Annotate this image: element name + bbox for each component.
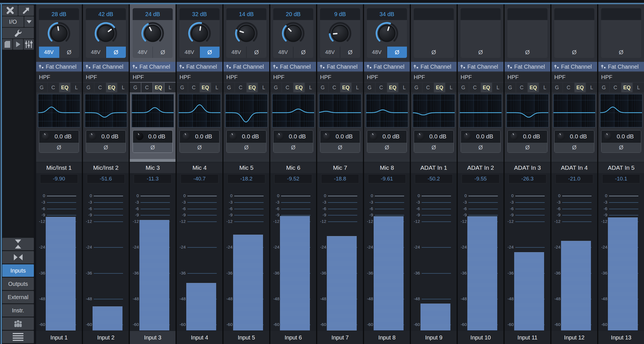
trim-phase-button[interactable]: Ø xyxy=(367,142,407,153)
channel-name[interactable]: ADAT In 5 xyxy=(598,162,644,173)
tab-gate[interactable]: G xyxy=(83,83,94,92)
trim-knob[interactable] xyxy=(323,132,331,140)
hpf-button[interactable]: HPF xyxy=(364,72,410,82)
eq-curve-display[interactable] xyxy=(319,94,361,127)
tab-gate[interactable]: G xyxy=(551,83,562,92)
fat-channel-button[interactable]: Fat Channel xyxy=(505,62,550,71)
hpf-button[interactable]: HPF xyxy=(458,72,503,82)
tab-limiter[interactable]: L xyxy=(492,83,503,92)
eq-curve-display[interactable] xyxy=(600,94,642,127)
eq-curve-display[interactable] xyxy=(38,94,80,127)
channel-name[interactable]: ADAT In 3 xyxy=(505,162,550,173)
tab-compressor[interactable]: C xyxy=(188,83,199,92)
channel-strip[interactable]: 24 dB 48V Ø Fat Channel xyxy=(130,4,176,344)
hpf-button[interactable]: HPF xyxy=(36,72,82,82)
channel-strip[interactable]: 9 dB 48V Ø Fat Channel xyxy=(317,4,363,344)
trim-phase-button[interactable]: Ø xyxy=(461,142,500,153)
gain-knob[interactable] xyxy=(86,20,126,47)
tab-gate[interactable]: G xyxy=(458,83,469,92)
eq-curve-display[interactable] xyxy=(459,94,502,127)
phase-invert-button[interactable]: Ø xyxy=(414,47,454,58)
channel-name[interactable]: ADAT In 4 xyxy=(551,162,597,173)
collapse-horizontal-button[interactable] xyxy=(2,251,34,264)
tab-eq[interactable]: EQ xyxy=(575,83,586,92)
phase-invert-button[interactable]: Ø xyxy=(293,47,313,58)
channel-strip[interactable]: 48V Ø Fat Channel HPF G C EQ xyxy=(411,4,457,344)
hpf-button[interactable]: HPF xyxy=(130,72,176,82)
fat-channel-button[interactable]: Fat Channel xyxy=(177,62,222,71)
trim-knob[interactable] xyxy=(276,132,284,140)
phase-invert-button[interactable]: Ø xyxy=(554,47,594,58)
popout-button[interactable] xyxy=(18,5,34,16)
eq-curve-display[interactable] xyxy=(178,94,221,127)
tab-eq[interactable]: EQ xyxy=(434,83,445,92)
tab-compressor[interactable]: C xyxy=(376,83,387,92)
channel-name[interactable]: Mic 6 xyxy=(270,162,316,173)
phantom-48v-button[interactable]: 48V xyxy=(133,47,153,58)
fat-channel-button[interactable]: Fat Channel xyxy=(551,62,597,71)
tab-gate[interactable]: G xyxy=(411,83,422,92)
trim-knob[interactable] xyxy=(136,132,143,140)
hpf-button[interactable]: HPF xyxy=(411,72,457,82)
trim-phase-button[interactable]: Ø xyxy=(133,142,172,153)
fat-channel-button[interactable]: Fat Channel xyxy=(130,62,176,71)
eq-curve-display[interactable] xyxy=(553,94,595,127)
tab-gate[interactable]: G xyxy=(130,83,141,92)
tab-limiter[interactable]: L xyxy=(399,83,410,92)
trim-knob[interactable] xyxy=(511,132,518,140)
tab-gate[interactable]: G xyxy=(317,83,328,92)
hpf-button[interactable]: HPF xyxy=(83,72,129,82)
gain-knob[interactable] xyxy=(414,20,454,47)
channel-name[interactable]: ADAT In 1 xyxy=(411,162,457,173)
channel-name[interactable]: Mic/Inst 1 xyxy=(36,162,82,173)
phase-invert-button[interactable]: Ø xyxy=(507,47,547,58)
tab-eq[interactable]: EQ xyxy=(621,83,632,92)
tab-limiter[interactable]: L xyxy=(446,83,457,92)
trim-phase-button[interactable]: Ø xyxy=(320,142,360,153)
phase-invert-button[interactable]: Ø xyxy=(461,47,501,58)
gain-knob[interactable] xyxy=(367,20,407,47)
fat-channel-button[interactable]: Fat Channel xyxy=(224,62,269,71)
tab-limiter[interactable]: L xyxy=(71,83,82,92)
gain-knob[interactable] xyxy=(133,20,173,47)
trim-knob[interactable] xyxy=(417,132,424,140)
phase-invert-button[interactable]: Ø xyxy=(59,47,79,58)
tab-compressor[interactable]: C xyxy=(610,83,621,92)
channel-strip[interactable]: 48V Ø Fat Channel HPF G C EQ xyxy=(551,4,597,344)
gain-knob[interactable] xyxy=(507,20,547,47)
tab-gate[interactable]: G xyxy=(224,83,235,92)
gain-knob[interactable] xyxy=(179,20,220,47)
tab-limiter[interactable]: L xyxy=(211,83,222,92)
fat-channel-button[interactable]: Fat Channel xyxy=(598,62,644,71)
tab-eq[interactable]: EQ xyxy=(106,83,117,92)
tab-compressor[interactable]: C xyxy=(469,83,480,92)
channel-strip[interactable]: 28 dB 48V Ø Fat Channel xyxy=(36,4,82,344)
eq-curve-display[interactable] xyxy=(413,94,455,127)
fat-channel-button[interactable]: Fat Channel xyxy=(36,62,82,71)
tab-gate[interactable]: G xyxy=(177,83,188,92)
tab-gate[interactable]: G xyxy=(598,83,609,92)
channel-strip[interactable]: 32 dB 48V Ø Fat Channel xyxy=(177,4,222,344)
gain-knob[interactable] xyxy=(554,20,594,47)
eq-curve-display[interactable] xyxy=(366,94,408,127)
channel-name[interactable]: Mic 4 xyxy=(177,162,222,173)
tab-gate[interactable]: G xyxy=(364,83,375,92)
scenes-button[interactable] xyxy=(2,39,12,50)
hpf-button[interactable]: HPF xyxy=(317,72,363,82)
tab-eq[interactable]: EQ xyxy=(293,83,305,92)
tab-limiter[interactable]: L xyxy=(165,83,176,92)
phase-invert-button[interactable]: Ø xyxy=(153,47,173,58)
phantom-48v-button[interactable]: 48V xyxy=(86,47,106,58)
tab-eq[interactable]: EQ xyxy=(528,83,539,92)
trim-phase-button[interactable]: Ø xyxy=(508,142,547,153)
trim-knob[interactable] xyxy=(557,132,565,140)
io-selector[interactable]: I/O xyxy=(2,16,24,27)
tab-limiter[interactable]: L xyxy=(118,83,129,92)
phantom-48v-button[interactable]: 48V xyxy=(226,47,247,58)
trim-phase-button[interactable]: Ø xyxy=(86,142,126,153)
tab-compressor[interactable]: C xyxy=(282,83,293,92)
channel-strip[interactable]: 48V Ø Fat Channel HPF G C EQ xyxy=(458,4,503,344)
gain-knob[interactable] xyxy=(320,20,360,47)
phantom-48v-button[interactable]: 48V xyxy=(39,47,59,58)
gain-knob[interactable] xyxy=(461,20,501,47)
